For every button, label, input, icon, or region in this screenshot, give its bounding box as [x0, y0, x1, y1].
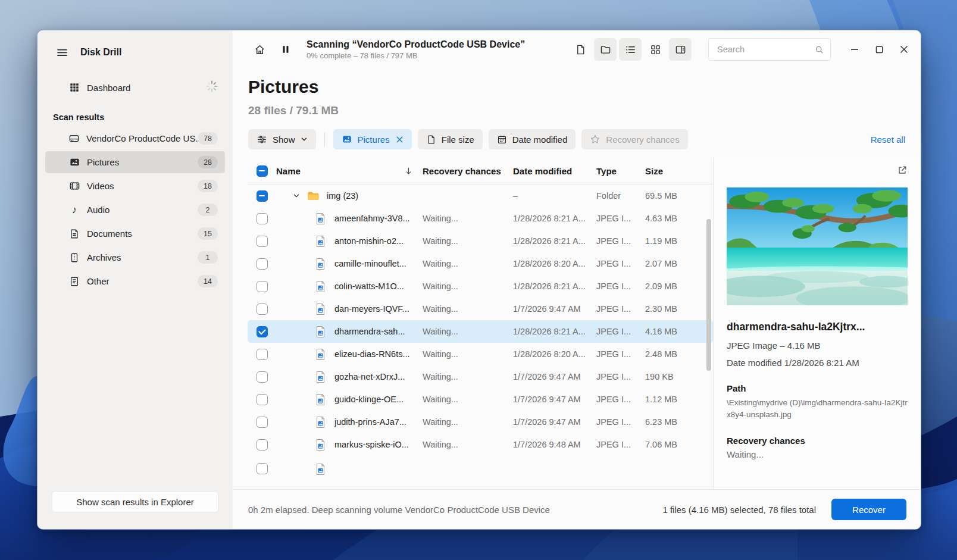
- file-icon: [575, 44, 586, 55]
- list-scrollbar-thumb[interactable]: [706, 219, 711, 371]
- image-file-icon: [315, 258, 326, 270]
- imgchip-icon: [342, 134, 352, 145]
- select-all-checkbox[interactable]: [257, 165, 268, 177]
- file-name: guido-klinge-OE...: [334, 395, 404, 404]
- recover-button[interactable]: Recover: [831, 499, 906, 520]
- type-cell: JPEG I...: [596, 259, 645, 268]
- type-cell: JPEG I...: [596, 395, 645, 404]
- sidebar-item-audio[interactable]: ♪ Audio 2: [45, 199, 225, 221]
- main-area: Scanning “VendorCo ProductCode USB Devic…: [233, 30, 921, 529]
- row-checkbox[interactable]: [257, 417, 268, 428]
- list-icon: [625, 44, 636, 55]
- scan-title: Scanning “VendorCo ProductCode USB Devic…: [307, 39, 525, 50]
- open-preview-external-icon[interactable]: [897, 165, 908, 182]
- sidebar-item-pictures[interactable]: Pictures 28: [45, 151, 225, 173]
- table-row[interactable]: dharmendra-sah... Waiting... 1/28/2026 8…: [248, 320, 713, 343]
- expander-chevron-icon[interactable]: [293, 192, 300, 199]
- folder-view-button[interactable]: [594, 38, 617, 61]
- filter-divider: [324, 132, 325, 146]
- row-checkbox[interactable]: [257, 304, 268, 315]
- table-row[interactable]: elizeu-dias-RN6ts... Waiting... 1/28/202…: [248, 343, 713, 365]
- file-name: ameenfahmy-3V8...: [334, 214, 410, 223]
- show-filter-button[interactable]: Show: [248, 129, 316, 149]
- grid-view-button[interactable]: [644, 38, 667, 61]
- row-checkbox[interactable]: [257, 349, 268, 360]
- dashboard-grid-icon: [68, 82, 81, 93]
- maximize-button[interactable]: [875, 45, 884, 54]
- type-cell: JPEG I...: [596, 440, 645, 449]
- recovery-cell: Waiting...: [423, 372, 513, 381]
- search-icon: [814, 45, 824, 55]
- grid-icon: [650, 44, 661, 55]
- filter-chip-recovery-chances[interactable]: Recovery chances: [581, 129, 687, 149]
- row-checkbox[interactable]: [257, 326, 268, 337]
- table-row[interactable]: colin-watts-M1O... Waiting... 1/28/2026 …: [248, 275, 713, 298]
- folder-row[interactable]: img (23) – Folder 69.5 MB: [248, 184, 713, 207]
- size-cell: 190 KB: [645, 372, 699, 381]
- show-in-explorer-button[interactable]: Show scan results in Explorer: [52, 491, 218, 512]
- row-checkbox[interactable]: [257, 213, 268, 224]
- table-row[interactable]: guido-klinge-OE... Waiting... 1/7/2026 9…: [248, 388, 713, 411]
- hamburger-menu-button[interactable]: [53, 43, 71, 61]
- size-cell: 2.09 MB: [645, 281, 699, 291]
- sidebar-item-dashboard[interactable]: Dashboard: [45, 77, 225, 98]
- sidebar-item-documents[interactable]: Documents 15: [45, 223, 225, 245]
- file-name: colin-watts-M1O...: [334, 281, 404, 291]
- column-header-recovery[interactable]: Recovery chances: [423, 166, 513, 176]
- count-badge: 2: [198, 204, 218, 216]
- table-row[interactable]: markus-spiske-iO... Waiting... 1/7/2026 …: [248, 433, 713, 456]
- row-checkbox[interactable]: [257, 371, 268, 383]
- table-row[interactable]: judith-prins-AJa7... Waiting... 1/7/2026…: [248, 411, 713, 433]
- file-name: camille-minouflet...: [334, 259, 406, 268]
- home-button[interactable]: [248, 38, 271, 61]
- scan-progress-text: 0% complete – 78 files / 797 MB: [307, 51, 525, 60]
- table-row[interactable]: dan-meyers-IQVF... Waiting... 1/7/2026 9…: [248, 298, 713, 320]
- videos-icon: [68, 180, 81, 192]
- pause-scan-button[interactable]: [274, 38, 297, 61]
- reset-all-link[interactable]: Reset all: [871, 134, 905, 145]
- panel-view-button[interactable]: [669, 38, 692, 61]
- column-header-name[interactable]: Name: [276, 166, 423, 176]
- sidebar-item-videos[interactable]: Videos 18: [45, 175, 225, 197]
- row-checkbox[interactable]: [257, 463, 268, 474]
- filter-chip-date-modified[interactable]: Date modified: [489, 129, 576, 149]
- column-header-type[interactable]: Type: [596, 166, 645, 176]
- file-name: gozha-net-xDrxJ...: [334, 372, 405, 381]
- preview-date-modified: Date modified 1/28/2026 8:21 AM: [727, 358, 908, 368]
- filter-chip-pictures[interactable]: Pictures: [333, 129, 412, 149]
- row-checkbox[interactable]: [257, 258, 268, 270]
- audio-icon: ♪: [68, 205, 81, 215]
- close-button[interactable]: [899, 45, 909, 54]
- page-title: Pictures: [248, 77, 921, 97]
- file-name: markus-spiske-iO...: [334, 440, 409, 449]
- search-input[interactable]: [716, 44, 814, 55]
- table-row[interactable]: anton-mishin-o2... Waiting... 1/28/2026 …: [248, 230, 713, 252]
- column-header-size[interactable]: Size: [645, 166, 699, 176]
- filter-chip-file-size[interactable]: File size: [418, 129, 483, 149]
- remove-filter-icon[interactable]: [396, 136, 404, 143]
- row-checkbox[interactable]: [257, 281, 268, 292]
- row-checkbox[interactable]: [257, 394, 268, 405]
- folder-checkbox[interactable]: [257, 190, 268, 202]
- table-row[interactable]: gozha-net-xDrxJ... Waiting... 1/7/2026 9…: [248, 365, 713, 388]
- sidebar-item-vendorco-productcode-us[interactable]: VendorCo ProductCode US... 78: [45, 127, 225, 149]
- recovery-cell: Waiting...: [423, 349, 513, 359]
- page-subtitle: 28 files / 79.1 MB: [248, 104, 921, 117]
- size-cell: 4.16 MB: [645, 327, 699, 336]
- other-icon: [68, 276, 81, 287]
- sidebar-item-archives[interactable]: Archives 1: [45, 246, 225, 268]
- row-checkbox[interactable]: [257, 236, 268, 247]
- sidebar-item-other[interactable]: Other 14: [45, 270, 225, 292]
- column-header-date[interactable]: Date modified: [513, 166, 596, 176]
- count-badge: 15: [198, 227, 218, 240]
- row-checkbox[interactable]: [257, 439, 268, 450]
- folder-icon: [307, 191, 320, 201]
- count-badge: 28: [198, 156, 218, 168]
- file-view-button[interactable]: [569, 38, 592, 61]
- table-row-partial[interactable]: [248, 456, 713, 483]
- table-row[interactable]: camille-minouflet... Waiting... 1/28/202…: [248, 252, 713, 275]
- list-view-button[interactable]: [619, 38, 642, 61]
- minimize-button[interactable]: [850, 45, 859, 54]
- file-name: dan-meyers-IQVF...: [334, 304, 409, 314]
- table-row[interactable]: ameenfahmy-3V8... Waiting... 1/28/2026 8…: [248, 207, 713, 230]
